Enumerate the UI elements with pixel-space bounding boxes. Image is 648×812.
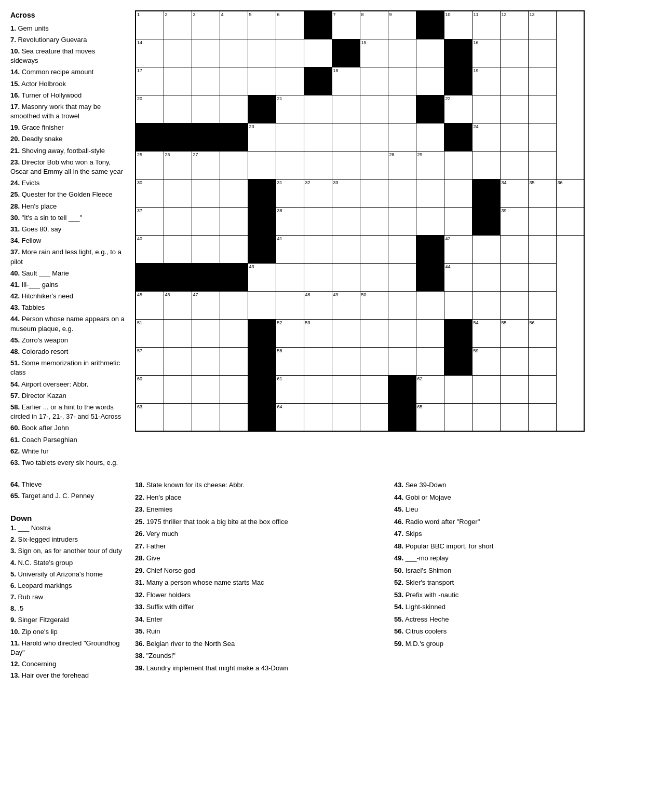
grid-cell-5-8[interactable] (360, 151, 388, 179)
grid-cell-8-3[interactable] (220, 235, 248, 263)
grid-cell-1-1[interactable] (164, 39, 192, 67)
grid-cell-11-6[interactable]: 53 (304, 319, 332, 347)
grid-cell-4-3[interactable] (220, 123, 248, 151)
grid-cell-7-8[interactable] (360, 207, 388, 235)
grid-cell-7-5[interactable]: 38 (276, 207, 304, 235)
grid-cell-9-5[interactable] (276, 263, 304, 291)
grid-cell-13-14[interactable] (528, 375, 556, 403)
grid-cell-4-4[interactable]: 23 (248, 123, 276, 151)
grid-cell-2-11[interactable] (444, 67, 472, 95)
grid-cell-9-7[interactable] (332, 263, 360, 291)
grid-cell-14-4[interactable] (248, 403, 276, 431)
grid-cell-1-9[interactable] (388, 39, 416, 67)
grid-cell-0-8[interactable]: 8 (360, 11, 388, 39)
grid-cell-13-5[interactable]: 61 (276, 375, 304, 403)
grid-cell-11-1[interactable] (164, 319, 192, 347)
grid-cell-10-13[interactable] (500, 291, 528, 319)
grid-cell-9-2[interactable] (192, 263, 220, 291)
grid-cell-11-9[interactable] (388, 319, 416, 347)
grid-cell-11-10[interactable] (416, 319, 444, 347)
grid-cell-6-7[interactable]: 33 (332, 179, 360, 207)
grid-cell-2-6[interactable] (304, 67, 332, 95)
grid-cell-6-12[interactable] (472, 179, 500, 207)
grid-cell-9-0[interactable] (136, 263, 164, 291)
grid-cell-9-11[interactable]: 44 (444, 263, 472, 291)
grid-cell-7-3[interactable] (220, 207, 248, 235)
grid-cell-7-1[interactable] (164, 207, 192, 235)
grid-cell-6-11[interactable] (444, 179, 472, 207)
grid-cell-5-3[interactable] (220, 151, 248, 179)
grid-cell-9-13[interactable] (500, 263, 528, 291)
grid-cell-6-8[interactable] (360, 179, 388, 207)
grid-cell-2-1[interactable] (164, 67, 192, 95)
grid-cell-12-7[interactable] (332, 347, 360, 375)
grid-cell-5-4[interactable] (248, 151, 276, 179)
grid-cell-1-2[interactable] (192, 39, 220, 67)
grid-cell-5-7[interactable] (332, 151, 360, 179)
grid-cell-7-0[interactable]: 37 (136, 207, 164, 235)
grid-cell-6-3[interactable] (220, 179, 248, 207)
grid-cell-7-2[interactable] (192, 207, 220, 235)
grid-cell-13-4[interactable] (248, 375, 276, 403)
grid-cell-8-11[interactable]: 42 (444, 235, 472, 263)
grid-cell-8-12[interactable] (472, 235, 500, 263)
grid-cell-7-4[interactable] (248, 207, 276, 235)
grid-cell-14-3[interactable] (220, 403, 248, 431)
grid-cell-5-1[interactable]: 26 (164, 151, 192, 179)
grid-cell-11-5[interactable]: 52 (276, 319, 304, 347)
grid-cell-0-6[interactable] (304, 11, 332, 39)
grid-cell-7-12[interactable] (472, 207, 500, 235)
grid-cell-13-10[interactable]: 62 (416, 375, 444, 403)
grid-cell-12-13[interactable] (500, 347, 528, 375)
grid-cell-12-11[interactable] (444, 347, 472, 375)
grid-cell-11-12[interactable]: 54 (472, 319, 500, 347)
grid-cell-0-5[interactable]: 6 (276, 11, 304, 39)
grid-cell-2-5[interactable] (276, 67, 304, 95)
grid-cell-9-3[interactable] (220, 263, 248, 291)
grid-cell-12-8[interactable] (360, 347, 388, 375)
grid-cell-3-10[interactable] (416, 95, 444, 123)
grid-cell-11-8[interactable] (360, 319, 388, 347)
grid-cell-10-6[interactable]: 48 (304, 291, 332, 319)
grid-cell-12-3[interactable] (220, 347, 248, 375)
grid-cell-10-0[interactable]: 45 (136, 291, 164, 319)
grid-cell-13-2[interactable] (192, 375, 220, 403)
grid-cell-2-14[interactable] (528, 67, 556, 95)
grid-cell-1-11[interactable] (444, 39, 472, 67)
grid-cell-10-5[interactable] (276, 291, 304, 319)
grid-cell-11-14[interactable]: 56 (528, 319, 556, 347)
grid-cell-2-10[interactable] (416, 67, 444, 95)
grid-cell-6-14[interactable]: 35 (528, 179, 556, 207)
grid-cell-10-3[interactable] (220, 291, 248, 319)
grid-cell-11-2[interactable] (192, 319, 220, 347)
grid-cell-6-13[interactable]: 34 (500, 179, 528, 207)
grid-cell-2-2[interactable] (192, 67, 220, 95)
grid-cell-11-4[interactable] (248, 319, 276, 347)
grid-cell-9-8[interactable] (360, 263, 388, 291)
grid-cell-1-0[interactable]: 14 (136, 39, 164, 67)
grid-cell-11-11[interactable] (444, 319, 472, 347)
grid-cell-7-10[interactable] (416, 207, 444, 235)
grid-cell-0-1[interactable]: 2 (164, 11, 192, 39)
grid-cell-5-10[interactable]: 29 (416, 151, 444, 179)
grid-cell-14-12[interactable] (472, 403, 500, 431)
grid-cell-4-9[interactable] (388, 123, 416, 151)
grid-cell-11-7[interactable] (332, 319, 360, 347)
grid-cell-5-13[interactable] (500, 151, 528, 179)
grid-cell-1-6[interactable] (304, 39, 332, 67)
grid-cell-1-10[interactable] (416, 39, 444, 67)
grid-cell-0-10[interactable] (416, 11, 444, 39)
grid-cell-5-12[interactable] (472, 151, 500, 179)
grid-cell-1-14[interactable] (528, 39, 556, 67)
grid-cell-4-8[interactable] (360, 123, 388, 151)
grid-cell-8-8[interactable] (360, 235, 388, 263)
grid-cell-3-3[interactable] (220, 95, 248, 123)
grid-cell-13-0[interactable]: 60 (136, 375, 164, 403)
grid-cell-8-1[interactable] (164, 235, 192, 263)
grid-cell-10-7[interactable]: 49 (332, 291, 360, 319)
grid-cell-13-9[interactable] (388, 375, 416, 403)
grid-cell-3-11[interactable]: 22 (444, 95, 472, 123)
grid-cell-10-2[interactable]: 47 (192, 291, 220, 319)
grid-cell-10-9[interactable] (388, 291, 416, 319)
grid-cell-2-7[interactable]: 18 (332, 67, 360, 95)
